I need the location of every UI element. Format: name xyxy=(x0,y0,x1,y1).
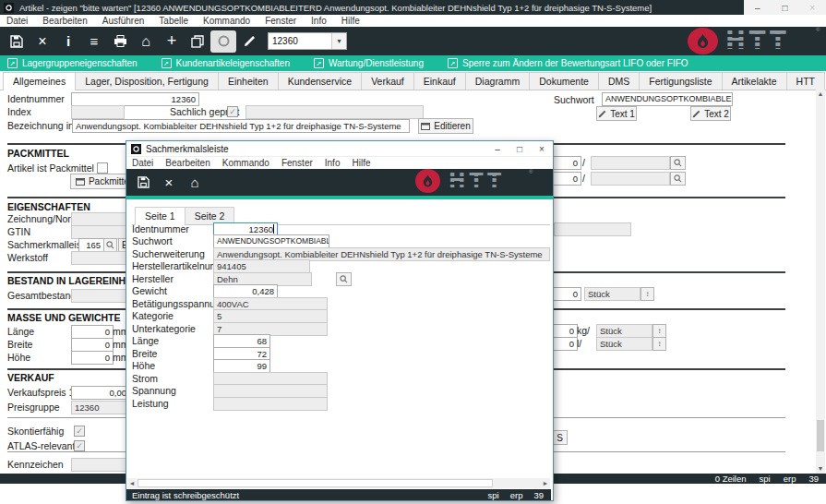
werkstoff-field[interactable] xyxy=(71,251,128,265)
editieren-button[interactable]: Editieren xyxy=(418,118,473,134)
dialog-horizontal-scrollbar[interactable]: ◄ ► xyxy=(127,478,550,488)
menu-bearbeiten[interactable]: Bearbeiten xyxy=(42,16,87,26)
herstellerartikelnummer-field[interactable]: 941405 xyxy=(213,259,310,273)
breite-field[interactable]: 0 xyxy=(71,338,114,352)
identnummer-field[interactable]: 12360 xyxy=(71,92,199,106)
right-row2-lookup-button[interactable] xyxy=(670,172,686,186)
list-icon[interactable]: ≡ xyxy=(81,30,107,53)
gtin-field[interactable] xyxy=(71,225,128,239)
einheit-picker-icon[interactable]: ↕ xyxy=(640,287,654,301)
partial-button-fragment[interactable]: S xyxy=(552,430,568,445)
tab-diagramm[interactable]: Diagramm xyxy=(465,72,530,90)
text1-button[interactable]: Text 1 xyxy=(596,106,637,121)
minimize-icon[interactable]: – xyxy=(486,144,509,154)
tab-seite1[interactable]: Seite 1 xyxy=(135,207,186,225)
scroll-right-icon[interactable]: ► xyxy=(541,478,550,488)
close-icon[interactable]: × xyxy=(803,3,821,13)
right-row1-field[interactable] xyxy=(591,156,670,170)
suchwort-field[interactable]: ANWENDUNGSOPTKOMBIABLEITERD xyxy=(602,92,733,106)
home-icon[interactable]: ⌂ xyxy=(133,30,159,53)
sachmerkmal-lookup-button[interactable] xyxy=(103,238,117,252)
laenge-field[interactable]: 0 xyxy=(71,325,114,339)
right-row2-field[interactable] xyxy=(591,172,670,186)
gewicht-field[interactable]: 0,428 xyxy=(213,284,278,298)
tab-fertigungsliste[interactable]: Fertigungsliste xyxy=(639,72,722,90)
print-icon[interactable] xyxy=(107,30,133,53)
hoehe-field[interactable]: 0 xyxy=(71,351,114,365)
index-field[interactable] xyxy=(71,105,125,119)
edit-pencil-icon[interactable] xyxy=(236,30,262,53)
lagergruppen-button[interactable]: ↗Lagergruppeneigenschaften xyxy=(7,58,138,68)
save-icon[interactable] xyxy=(4,30,30,53)
maximize-icon[interactable]: □ xyxy=(509,144,531,154)
copy-icon[interactable] xyxy=(185,30,210,53)
bezeichnung-intern-field[interactable]: Anwendungsopt. Kombiableiter DEHNshield … xyxy=(72,119,410,133)
new-icon[interactable]: + xyxy=(159,30,185,53)
menu-ausfuehren[interactable]: Ausführen xyxy=(102,16,145,26)
tab-lager-disposition-fertigung[interactable]: Lager, Disposition, Fertigung xyxy=(75,72,219,90)
menu-fenster[interactable]: Fenster xyxy=(265,16,296,26)
right-row1-lookup-button[interactable] xyxy=(670,156,686,170)
hersteller-lookup-button[interactable] xyxy=(336,272,352,286)
scroll-down-icon[interactable]: ▼ xyxy=(816,464,825,474)
artikel-ist-packmittel-checkbox[interactable] xyxy=(97,162,108,174)
menu-info[interactable]: Info xyxy=(325,158,341,168)
tab-verkauf[interactable]: Verkauf xyxy=(361,72,414,90)
menu-datei[interactable]: Datei xyxy=(132,158,153,168)
scroll-up-icon[interactable]: ▲ xyxy=(816,90,825,99)
gewicht-einheit-field[interactable]: Stück xyxy=(596,324,652,338)
menu-tabelle[interactable]: Tabelle xyxy=(159,16,188,26)
save-icon[interactable] xyxy=(130,172,156,194)
menu-info[interactable]: Info xyxy=(311,16,327,26)
right-eigenschaft-field[interactable] xyxy=(554,222,631,236)
menu-datei[interactable]: Datei xyxy=(6,16,28,26)
menu-kommando[interactable]: Kommando xyxy=(203,16,250,26)
gesamtbestand-einheit-field[interactable]: Stück xyxy=(584,287,640,301)
tab-allgemeines[interactable]: Allgemeines xyxy=(3,72,76,90)
menu-hilfe[interactable]: Hilfe xyxy=(352,158,370,168)
scrollbar-thumb[interactable] xyxy=(817,420,824,451)
minimize-icon[interactable]: – xyxy=(748,3,767,13)
atlas-relevant-checkbox[interactable]: ✓ xyxy=(74,440,85,451)
sachlich-geprueft-checkbox[interactable]: ✓ xyxy=(227,106,238,117)
record-icon[interactable] xyxy=(210,30,236,53)
gesamtbestand-field[interactable] xyxy=(71,289,128,303)
menu-bearbeiten[interactable]: Bearbeiten xyxy=(165,158,209,168)
kategorie-field[interactable]: 5 xyxy=(213,309,328,323)
menu-kommando[interactable]: Kommando xyxy=(222,158,269,168)
tab-dms[interactable]: DMS xyxy=(598,72,640,90)
preisgruppe-field[interactable]: 12360 xyxy=(71,401,130,414)
chevron-down-icon[interactable]: ▾ xyxy=(331,33,346,49)
tab-artikelakte[interactable]: Artikelakte xyxy=(722,72,787,90)
menu-fenster[interactable]: Fenster xyxy=(281,158,313,168)
spannung-field[interactable] xyxy=(213,384,328,398)
tab-einkauf[interactable]: Einkauf xyxy=(413,72,466,90)
sachmerkmalleiste-field[interactable]: 165 xyxy=(78,238,104,252)
home-icon[interactable]: ⌂ xyxy=(182,172,208,194)
suchwort-field[interactable]: ANWENDUNGSOPTKOMBIABLEITERD xyxy=(213,234,329,248)
sachlich-geprueft-field[interactable] xyxy=(245,105,424,119)
laenge-field[interactable]: 68 xyxy=(213,334,270,348)
wartung-button[interactable]: ↗Wartung/Dienstleistung xyxy=(314,58,424,68)
tab-htt[interactable]: HTT xyxy=(786,72,825,90)
tab-kundenservice[interactable]: Kundenservice xyxy=(278,72,362,90)
menu-hilfe[interactable]: Hilfe xyxy=(341,16,360,26)
einheit-picker-icon[interactable]: ↕ xyxy=(652,324,666,338)
info-icon[interactable]: i xyxy=(55,30,81,53)
scroll-left-icon[interactable]: ◄ xyxy=(127,478,137,488)
dialog-titlebar[interactable]: Sachmerkmalsleiste – □ × xyxy=(126,141,553,157)
tab-einheiten[interactable]: Einheiten xyxy=(218,72,279,90)
verkaufspreis1-field[interactable]: 0,00 xyxy=(71,386,130,400)
vertical-scrollbar[interactable]: ▲ ▼ xyxy=(816,90,825,474)
leistung-field[interactable] xyxy=(213,397,328,411)
maximize-icon[interactable]: □ xyxy=(775,3,794,13)
volumen-einheit-field[interactable]: Stück xyxy=(596,337,652,351)
skontierfaehig-checkbox[interactable]: ✓ xyxy=(74,426,85,437)
hoehe-field[interactable]: 99 xyxy=(213,359,270,373)
kennzeichen-field[interactable] xyxy=(71,458,130,472)
einheit-picker-icon[interactable]: ↕ xyxy=(652,337,666,351)
scrollbar-thumb[interactable] xyxy=(138,479,493,487)
ident-combobox[interactable]: 12360 ▾ xyxy=(268,32,347,50)
kundenartikel-button[interactable]: ↗Kundenartikeleigenschaften xyxy=(162,58,290,68)
tab-dokumente[interactable]: Dokumente xyxy=(529,72,599,90)
